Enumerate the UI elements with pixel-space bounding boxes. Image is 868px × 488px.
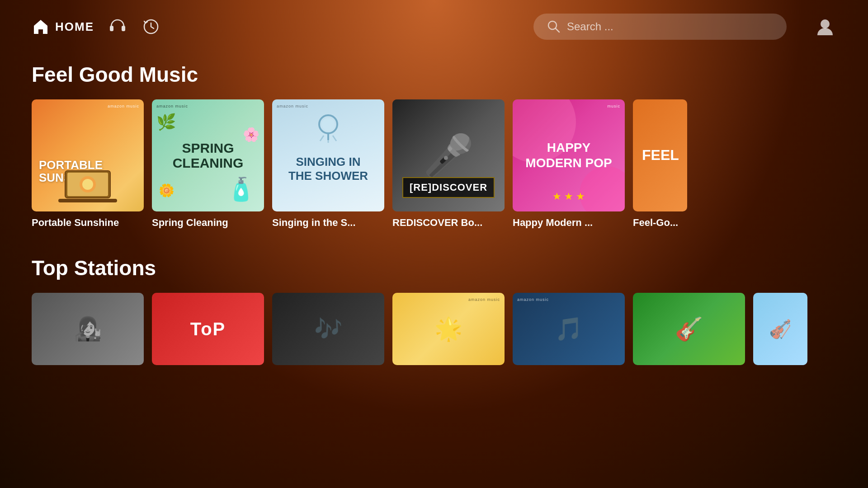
card1-badge: amazon music [108,104,139,108]
card5-stars: ★ ★ ★ [552,191,585,202]
top-stations-section: Top Stations 👩‍🎤 ToP [32,256,836,365]
top-stations-title: Top Stations [32,256,836,280]
feel-good-section: Feel Good Music amazon music PORTABLESUN… [32,62,836,229]
person-icon: 🎤 [423,132,474,179]
svg-line-4 [556,28,559,32]
station-card-6[interactable]: 🎸 [633,293,745,365]
search-bar[interactable]: Search ... [533,14,787,40]
spray-bottle: 🧴 [227,176,255,202]
station5-badge: amazon music [517,297,549,302]
svg-line-14 [320,136,324,141]
feel-good-cards-row: amazon music PORTABLESUNSHINE [32,99,836,229]
card3-badge: amazon music [277,104,308,108]
circle-deco2 [580,166,625,211]
card2-badge: amazon music [156,104,188,108]
svg-line-16 [333,136,336,141]
card2-label: Spring Cleaning [152,217,264,229]
home-nav[interactable]: HOME [32,18,94,36]
svg-point-12 [322,118,335,131]
station4-badge: amazon music [468,297,500,302]
home-label: HOME [55,20,94,34]
svg-point-5 [821,19,830,28]
station-card-1[interactable]: 👩‍🎤 [32,293,144,365]
shower-head-illustration [310,108,346,145]
card3-label: Singing in the S... [272,217,384,229]
svg-rect-0 [110,26,113,31]
main-content: Feel Good Music amazon music PORTABLESUN… [0,53,868,365]
leaf1: 🌿 [156,113,176,131]
card1-label: Portable Sunshine [32,217,144,229]
card5-text: HAPPYMODERN POP [525,140,612,170]
station7-icon: 🎻 [769,319,792,340]
station4-icon: 🌟 [434,316,462,342]
station-cards-row: 👩‍🎤 ToP 🎶 [32,293,836,365]
station-card-5[interactable]: amazon music 🎵 [513,293,625,365]
flower2: 🌼 [159,183,175,198]
profile-icon[interactable] [814,15,836,38]
station5-icon: 🎵 [555,316,583,342]
headphones-icon[interactable] [108,17,127,37]
card-happy-modern-pop[interactable]: music HAPPYMODERN POP ★ ★ ★ Happy Modern… [513,99,625,229]
station2-text: ToP [190,319,226,339]
svg-rect-10 [58,199,117,202]
station3-icon: 🎶 [314,316,342,342]
station1-icon: 👩‍🎤 [74,316,102,342]
card-spring-cleaning[interactable]: amazon music 🌿 🌸 🌼 🧴 SPRINGCLEANING Spri… [152,99,264,229]
station-card-7[interactable]: 🎻 [753,293,807,365]
card5-label: Happy Modern ... [513,217,625,229]
flower1: 🌸 [243,127,259,142]
search-placeholder: Search ... [567,20,613,33]
home-icon [32,18,50,36]
feel-good-title: Feel Good Music [32,62,836,87]
card-singing-shower[interactable]: amazon music SINGING INTHE SHOWER [272,99,384,229]
card6-text: FEEL [642,147,679,163]
station-card-3[interactable]: 🎶 [272,293,384,365]
card-portable-sunshine[interactable]: amazon music PORTABLESUNSHINE [32,99,144,229]
history-icon[interactable] [141,17,161,37]
card-feel-good-partial[interactable]: FEEL Feel-Go... [633,99,687,229]
svg-point-9 [82,179,93,190]
station6-icon: 🎸 [675,316,703,342]
laptop-illustration [56,166,119,207]
station-card-top[interactable]: ToP [152,293,264,365]
card6-label: Feel-Go... [633,217,687,229]
station-card-4[interactable]: amazon music 🌟 [392,293,505,365]
card-rediscover[interactable]: amazon music 🎤 [RE]DISCOVER REDISCOVER B… [392,99,505,229]
card4-label: REDISCOVER Bo... [392,217,505,229]
card4-text: [RE]DISCOVER [402,177,495,198]
card2-text: SPRINGCLEANING [173,141,244,170]
header: HOME Search ... [0,0,868,53]
svg-rect-1 [122,26,125,31]
card5-badge: music [607,104,620,108]
card3-text: SINGING INTHE SHOWER [288,155,368,183]
nav-left: HOME [32,17,520,37]
search-icon [547,20,561,33]
